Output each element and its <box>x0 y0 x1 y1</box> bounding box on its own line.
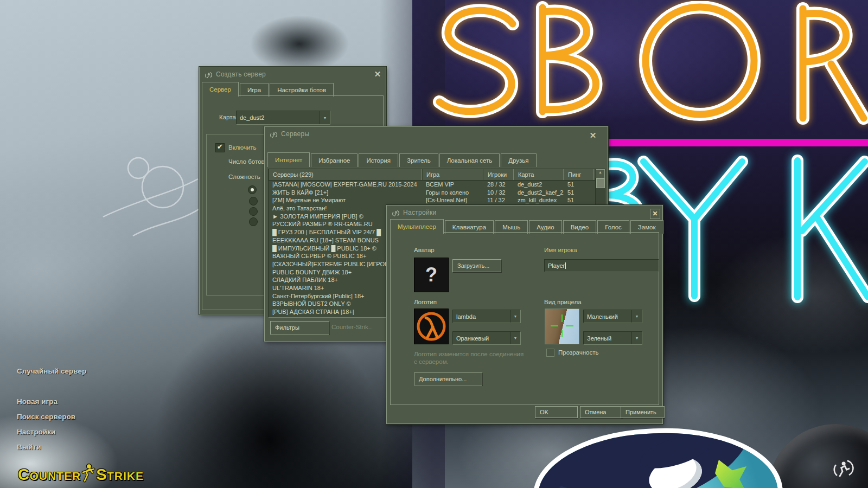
player-name-input[interactable]: Player <box>544 259 659 272</box>
column-header[interactable]: Игра <box>422 169 483 180</box>
column-header[interactable]: Игроки <box>483 169 514 180</box>
close-icon[interactable]: ✕ <box>588 131 598 140</box>
column-header[interactable]: Пинг <box>564 169 594 180</box>
advanced-button[interactable]: Дополнительно... <box>414 373 482 386</box>
player-name-label: Имя игрока <box>544 247 577 253</box>
avatar-image: ? <box>414 258 449 292</box>
chevron-down-icon <box>510 332 520 344</box>
enable-bots-label: Включить <box>228 144 257 151</box>
footer-hint: Counter-Strik.. <box>331 324 372 330</box>
servers-tabs: ИнтернетИзбранноеИсторияЗрительЛокальная… <box>267 152 538 167</box>
column-header[interactable]: Карта <box>514 169 564 180</box>
server-cell-map: zm_kill_dustex <box>514 196 564 204</box>
scroll-up-icon[interactable] <box>596 169 605 178</box>
server-row[interactable]: |ASTANA| |MOSCOW| EXPERT-GAME.RU 2015-20… <box>269 181 595 189</box>
menu-item[interactable]: Выйти <box>17 443 41 451</box>
crosshair-color-value: Зеленый <box>584 335 631 342</box>
server-list-header[interactable]: Серверы (229)ИграИгрокиКартаПинг <box>269 169 595 181</box>
difficulty-radio-3[interactable] <box>249 207 258 216</box>
logo-color-value: Оранжевый <box>453 335 510 342</box>
create-server-tab-0[interactable]: Сервер <box>202 82 239 97</box>
server-cell-game: [Cs-Unreal.Net] <box>422 196 483 204</box>
upload-button[interactable]: Загрузить... <box>452 259 501 272</box>
text-caret <box>565 262 566 269</box>
cs-icon <box>205 71 213 79</box>
lambda-icon <box>414 309 448 344</box>
server-cell-players: 10 / 32 <box>483 189 514 197</box>
difficulty-radio-4[interactable] <box>249 217 258 226</box>
close-icon[interactable]: ✕ <box>373 69 382 79</box>
logo-note-line1: Логотип изменится после соединения <box>414 351 524 357</box>
menu-item[interactable]: Новая игра <box>17 397 58 406</box>
crosshair-size-dropdown[interactable]: Маленький <box>583 310 642 323</box>
server-cell-name: |ASTANA| |MOSCOW| EXPERT-GAME.RU 2015-20… <box>269 181 422 189</box>
column-header[interactable]: Серверы (229) <box>269 169 422 180</box>
scroll-thumb[interactable] <box>596 178 605 188</box>
settings-tab-0[interactable]: Мультиплеер <box>390 219 444 234</box>
logo-text: OUNTER <box>29 470 81 481</box>
server-row[interactable]: [ZM] Мертвые не Умирают[Cs-Unreal.Net]11… <box>269 196 595 204</box>
servers-tab-4[interactable]: Локальная сеть <box>439 153 500 167</box>
server-cell-map: de_dust2 <box>514 181 564 189</box>
map-dropdown[interactable]: de_dust2 <box>236 111 330 125</box>
transparency-checkbox[interactable] <box>546 349 554 357</box>
window-title: Настройки <box>403 209 437 216</box>
difficulty-radio-1[interactable] <box>248 185 257 194</box>
enable-bots-checkbox[interactable] <box>215 143 225 152</box>
filters-button[interactable]: Фильтры <box>270 321 329 335</box>
create-server-tab-1[interactable]: Игра <box>240 83 269 97</box>
ok-button[interactable]: OK <box>535 406 578 418</box>
logo-value: lambda <box>453 313 510 320</box>
crosshair-color-dropdown[interactable]: Зеленый <box>583 331 642 345</box>
server-cell-ping: 51 <box>564 189 594 197</box>
servers-tab-0[interactable]: Интернет <box>267 152 310 167</box>
logo-dropdown[interactable]: lambda <box>452 310 521 323</box>
close-icon[interactable]: ✕ <box>650 209 660 219</box>
logo-label: Логотип <box>414 299 437 305</box>
servers-tab-2[interactable]: История <box>359 153 398 167</box>
server-cell-map: de_dust2_kaef_2x2 <box>514 189 564 197</box>
neon-sign-sbor <box>423 1 868 143</box>
avatar-label: Аватар <box>414 247 435 253</box>
neon-pink-stripe <box>570 139 868 146</box>
create-server-titlebar[interactable]: Создать сервер ✕ <box>200 67 386 81</box>
menu-item[interactable]: Настройки <box>17 428 55 436</box>
crosshair-preview <box>545 309 579 344</box>
logo-note-line2: с сервером. <box>414 358 449 365</box>
server-cell-players: 11 / 32 <box>483 196 514 204</box>
servers-titlebar[interactable]: Серверы ✕ <box>265 127 608 141</box>
settings-titlebar[interactable]: Настройки ✕ <box>387 206 662 220</box>
settings-window: Настройки ✕ МультиплеерКлавиатураМышьАуд… <box>386 205 663 424</box>
cs-icon <box>392 209 400 217</box>
difficulty-radio-2[interactable] <box>249 197 258 206</box>
servers-tab-5[interactable]: Друзья <box>501 153 536 167</box>
cs-icon <box>270 131 278 139</box>
cs-player-icon <box>81 463 95 483</box>
servers-tab-1[interactable]: Избранное <box>311 153 358 167</box>
server-cell-ping: 51 <box>564 196 594 204</box>
player-name-value: Player <box>548 262 565 269</box>
spray-logo-image <box>414 309 449 344</box>
server-cell-name: ЖИТЬ В КАЙФ [21+] <box>269 189 422 197</box>
crosshair-label: Вид прицела <box>544 299 582 305</box>
server-cell-players: 28 / 32 <box>483 181 514 189</box>
crosshair-icon <box>545 309 579 344</box>
apply-button[interactable]: Применить <box>621 406 665 418</box>
settings-tabs: МультиплеерКлавиатураМышьАудиоВидеоГолос… <box>390 219 665 234</box>
chevron-down-icon <box>631 332 642 344</box>
logo-color-dropdown[interactable]: Оранжевый <box>452 331 521 345</box>
map-value: de_dust2 <box>237 114 320 121</box>
chevron-down-icon <box>631 310 642 323</box>
cancel-button[interactable]: Отмена <box>580 406 623 418</box>
cs-ring-logo <box>832 457 854 481</box>
logo-letter: S <box>96 467 107 483</box>
servers-tab-3[interactable]: Зритель <box>399 153 438 167</box>
counter-strike-logo: COUNTER STRIKE <box>18 460 144 483</box>
chevron-down-icon <box>320 111 330 124</box>
menu-item[interactable]: Случайный сервер <box>17 367 86 375</box>
server-row[interactable]: ЖИТЬ В КАЙФ [21+]Горы по колено10 / 32de… <box>269 189 595 197</box>
menu-item[interactable]: Поиск серверов <box>17 413 75 421</box>
create-server-tab-2[interactable]: Настройки ботов <box>270 83 334 97</box>
difficulty-label: Сложность <box>228 174 260 180</box>
logo-text: TRIKE <box>107 470 144 481</box>
